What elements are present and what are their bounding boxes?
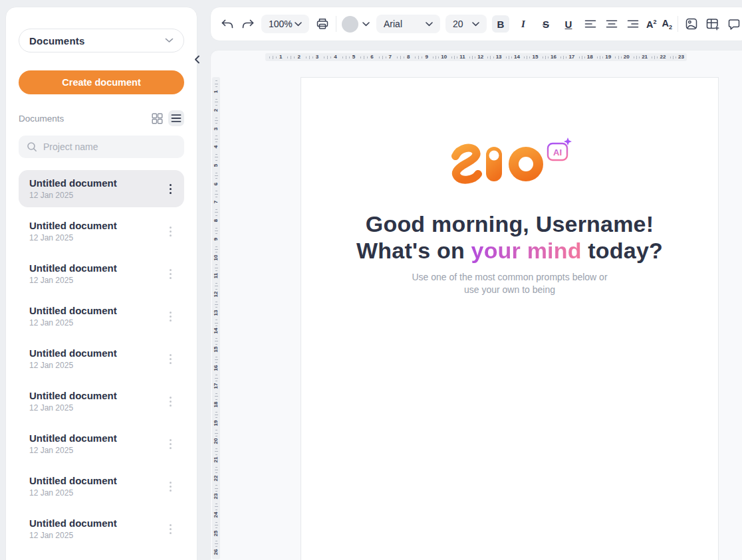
insert-image-button[interactable] [683,15,699,33]
create-document-button[interactable]: Create document [19,70,184,94]
document-date: 12 Jan 2025 [29,233,163,242]
italic-button[interactable]: I [515,15,532,33]
font-size-value: 20 [453,19,463,29]
align-left-icon [584,19,596,29]
document-menu-button[interactable] [163,517,178,540]
redo-icon [241,19,255,30]
svg-text:AI: AI [553,147,562,157]
document-list-item[interactable]: Untitled document 12 Jan 2025 [19,213,184,250]
list-view-button[interactable] [168,110,184,126]
document-info: Untitled document 12 Jan 2025 [29,347,163,370]
document-date: 12 Jan 2025 [29,276,163,285]
zio-logo: AI [447,138,572,192]
document-info: Untitled document 12 Jan 2025 [29,475,163,498]
document-date: 12 Jan 2025 [29,403,163,413]
subscript-button[interactable]: A2 [662,18,673,31]
document-date: 12 Jan 2025 [29,191,163,200]
search-box [19,136,184,158]
text-color-swatch [342,16,358,33]
text-color-picker[interactable] [342,16,370,33]
document-list-item[interactable]: Untitled document 12 Jan 2025 [19,255,184,292]
document-list-item[interactable]: Untitled document 12 Jan 2025 [19,340,184,377]
document-page[interactable]: AI Good morning, Username! What's on you… [301,77,719,560]
document-list-item[interactable]: Untitled document 12 Jan 2025 [19,468,184,505]
greeting-subtitle: Use one of the most common prompts below… [301,271,718,296]
document-list-item[interactable]: Untitled document 12 Jan 2025 [19,298,184,335]
subtitle-line2: use your own to being [301,284,718,296]
underline-button[interactable]: U [560,15,577,33]
comments-button[interactable] [726,15,742,33]
view-toggle [149,110,184,126]
document-title: Untitled document [29,177,163,189]
documents-section-label: Documents [19,114,149,124]
print-icon [316,17,329,31]
greeting-line2-suffix: today? [582,238,663,263]
document-title: Untitled document [29,305,163,316]
document-menu-button[interactable] [163,475,178,498]
redo-button[interactable] [240,15,256,33]
align-left-button[interactable] [582,15,598,33]
chevron-down-icon [165,38,174,43]
logo-letter-o [509,147,543,181]
insert-table-button[interactable] [705,15,721,33]
ai-badge: AI [548,138,572,160]
search-icon [27,141,37,152]
sidebar: Documents Create document Documents [5,7,197,560]
document-list-item[interactable]: Untitled document 12 Jan 2025 [19,383,184,420]
sidebar-collapse-button[interactable] [191,53,203,65]
toolbar-divider [336,16,336,32]
print-button[interactable] [314,15,330,33]
superscript-button[interactable]: A2 [646,19,657,30]
insert-table-icon [705,17,720,31]
document-date: 12 Jan 2025 [29,318,163,327]
document-menu-button[interactable] [163,347,178,370]
align-center-button[interactable] [604,15,620,33]
document-list-item[interactable]: Untitled document 12 Jan 2025 [19,510,184,547]
horizontal-ruler[interactable]: 1234567891011121314151617181920212223 [265,53,687,61]
grid-view-button[interactable] [149,110,165,126]
undo-button[interactable] [219,15,235,33]
document-list-item[interactable]: Untitled document 12 Jan 2025 [19,170,184,207]
grid-view-icon [152,113,163,124]
editor-canvas: 1234567891011121314151617181920212223 12… [210,50,742,560]
bold-button[interactable]: B [492,15,509,33]
greeting-line1: Good morning, Username! [366,211,654,236]
align-right-icon [627,19,639,29]
document-date: 12 Jan 2025 [29,446,163,455]
document-menu-button[interactable] [163,432,178,455]
document-menu-button[interactable] [163,390,178,413]
undo-icon [220,19,234,30]
font-size-select[interactable]: 20 [445,15,487,33]
align-right-button[interactable] [625,15,641,33]
chevron-down-icon [426,22,433,27]
font-family-value: Arial [384,19,402,29]
workspace-selector-label: Documents [29,35,84,47]
document-title: Untitled document [29,220,163,231]
document-title: Untitled document [29,517,163,529]
document-list-item[interactable]: Untitled document 12 Jan 2025 [19,425,184,462]
vertical-ruler[interactable]: 1234567891011121314151617181920212223242… [212,77,220,559]
document-info: Untitled document 12 Jan 2025 [29,390,163,413]
workspace-selector[interactable]: Documents [19,29,184,52]
document-date: 12 Jan 2025 [29,531,163,540]
document-date: 12 Jan 2025 [29,361,163,370]
document-menu-button[interactable] [163,220,178,242]
chevron-down-icon [472,22,479,27]
document-title: Untitled document [29,390,163,401]
document-menu-button[interactable] [163,305,178,327]
strikethrough-button[interactable]: S [537,15,555,33]
font-family-select[interactable]: Arial [376,15,440,33]
document-info: Untitled document 12 Jan 2025 [29,432,163,455]
zoom-select[interactable]: 100% [261,15,309,33]
document-menu-button[interactable] [163,262,178,285]
document-info: Untitled document 12 Jan 2025 [29,305,163,327]
formatting-toolbar: 100% Arial 20 B I S U [210,7,742,41]
chevron-left-icon [194,55,200,64]
search-input[interactable] [43,141,176,152]
logo-letter-z [455,148,478,180]
comments-icon [727,18,741,31]
document-menu-button[interactable] [163,177,178,200]
insert-image-icon [685,17,698,31]
align-center-icon [606,19,618,29]
zoom-value: 100% [269,19,293,29]
